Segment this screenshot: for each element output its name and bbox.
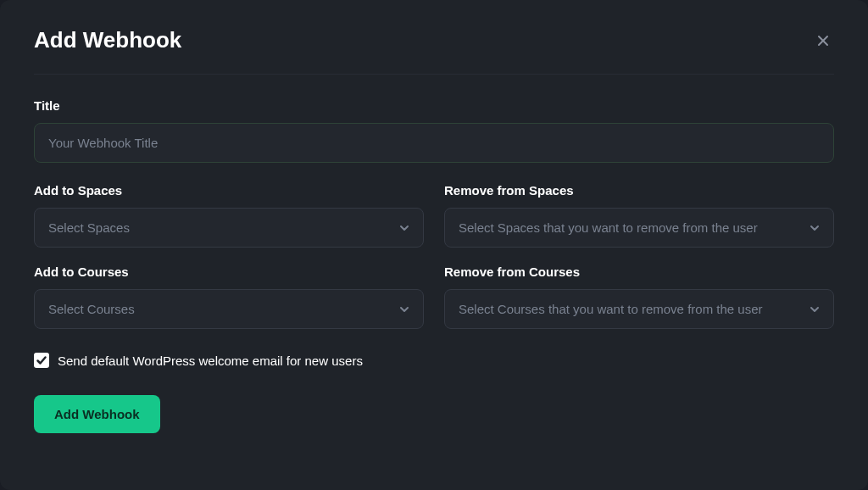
welcome-email-checkbox[interactable] xyxy=(34,353,49,368)
remove-courses-section: Remove from Courses Select Courses that … xyxy=(444,264,834,329)
title-label: Title xyxy=(34,98,834,113)
add-spaces-section: Add to Spaces Select Spaces xyxy=(34,183,424,248)
check-icon xyxy=(36,354,47,366)
title-input[interactable] xyxy=(34,123,834,163)
remove-courses-select[interactable]: Select Courses that you want to remove f… xyxy=(444,289,834,329)
remove-courses-select-wrapper: Select Courses that you want to remove f… xyxy=(444,289,834,329)
welcome-email-checkbox-row: Send default WordPress welcome email for… xyxy=(34,353,834,368)
close-button[interactable] xyxy=(812,30,834,52)
add-spaces-label: Add to Spaces xyxy=(34,183,424,198)
add-courses-label: Add to Courses xyxy=(34,264,424,279)
title-section: Title xyxy=(34,98,834,163)
add-spaces-select-wrapper: Select Spaces xyxy=(34,208,424,248)
modal-title: Add Webhook xyxy=(34,27,181,53)
add-courses-select-wrapper: Select Courses xyxy=(34,289,424,329)
add-webhook-modal: Add Webhook Title Add to Spaces Select S… xyxy=(0,0,868,490)
remove-spaces-label: Remove from Spaces xyxy=(444,183,834,198)
welcome-email-label[interactable]: Send default WordPress welcome email for… xyxy=(58,354,363,368)
add-courses-section: Add to Courses Select Courses xyxy=(34,264,424,329)
form-grid: Add to Spaces Select Spaces Remove from … xyxy=(34,183,834,329)
remove-spaces-select[interactable]: Select Spaces that you want to remove fr… xyxy=(444,208,834,248)
add-webhook-button[interactable]: Add Webhook xyxy=(34,395,160,433)
close-icon xyxy=(815,33,831,48)
add-courses-select[interactable]: Select Courses xyxy=(34,289,424,329)
modal-header: Add Webhook xyxy=(34,27,834,75)
remove-courses-label: Remove from Courses xyxy=(444,264,834,279)
remove-spaces-section: Remove from Spaces Select Spaces that yo… xyxy=(444,183,834,248)
add-spaces-select[interactable]: Select Spaces xyxy=(34,208,424,248)
remove-spaces-select-wrapper: Select Spaces that you want to remove fr… xyxy=(444,208,834,248)
